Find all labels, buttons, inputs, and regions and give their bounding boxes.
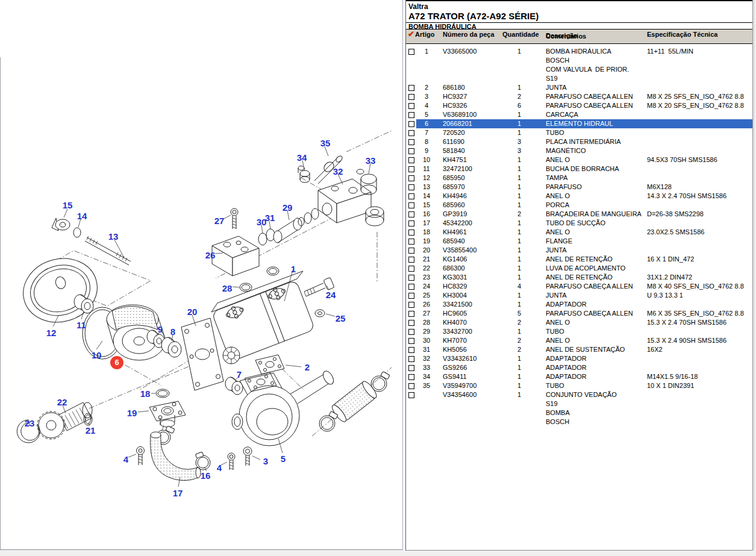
diagram-callout[interactable]: 19 xyxy=(127,408,137,417)
table-row[interactable]: 10KH47511ANEL O94.5X3 70SH SMS1586 xyxy=(406,155,752,164)
diagram-callout[interactable]: 34 xyxy=(297,153,307,162)
row-checkbox[interactable] xyxy=(408,347,414,353)
table-row[interactable]: 95818403MAGNÉTICO xyxy=(406,146,752,155)
row-checkbox[interactable] xyxy=(408,202,414,208)
table-row[interactable]: 156859601PORCA xyxy=(406,201,752,210)
diagram-callout-highlighted[interactable]: 6 xyxy=(110,356,123,369)
diagram-callout[interactable]: 33 xyxy=(366,156,376,165)
diagram-callout[interactable]: 32 xyxy=(333,167,343,176)
table-row[interactable]: 136859701PARAFUSOM6X128 xyxy=(406,183,752,192)
row-checkbox[interactable] xyxy=(408,248,414,254)
table-row[interactable]: 6206682011ELEMENTO HIDRAUL xyxy=(406,119,752,128)
row-checkbox[interactable] xyxy=(408,329,414,335)
row-checkbox[interactable] xyxy=(408,121,414,127)
diagram-callout[interactable]: 29 xyxy=(283,203,293,212)
table-row[interactable]: 86116903PLACA INTERMEDIÁRIA xyxy=(406,137,752,146)
row-checkbox[interactable] xyxy=(408,392,414,398)
diagram-callout[interactable]: 18 xyxy=(140,389,151,398)
diagram-callout[interactable]: 13 xyxy=(108,232,119,241)
diagram-callout[interactable]: 23 xyxy=(25,419,35,428)
diagram-callout[interactable]: 22 xyxy=(57,398,67,407)
row-checkbox[interactable] xyxy=(408,193,414,199)
row-checkbox[interactable] xyxy=(408,311,414,317)
diagram-callout[interactable]: 4 xyxy=(217,463,222,472)
table-row[interactable]: 18KH49611ANEL O23.0X2.5 SMS1586 xyxy=(406,228,752,237)
table-row[interactable]: 30KH70702ANEL O15.3 X 2.4 90SH SMS1586 xyxy=(406,336,752,345)
row-checkbox[interactable] xyxy=(408,320,414,326)
table-row[interactable]: 16GP39192BRAÇADEIRA DE MANGUEIRAD=26-38 … xyxy=(406,210,752,219)
table-row[interactable]: 33GS92661ADAPTADOR xyxy=(406,363,752,372)
table-row[interactable]: 4HC93266PARAFUSO CABEÇA ALLENM8 X 20 SFS… xyxy=(406,101,752,110)
table-row[interactable]: 3HC93272PARAFUSO CABEÇA ALLENM8 X 25 SFS… xyxy=(406,92,752,101)
diagram-callout[interactable]: 20 xyxy=(187,307,198,316)
table-row[interactable]: V343546001CONJUNTO VEDAÇÃOS19BOMBABOSCH xyxy=(406,390,752,426)
table-row[interactable]: 1V336650001BOMBA HIDRÁULICABOSCHCOM VALV… xyxy=(406,47,752,83)
table-row[interactable]: 35V359497001TUBO10 X 1 DIN2391 xyxy=(406,381,752,390)
table-row[interactable]: 27HC96055PARAFUSO CABEÇA ALLENM6 X 35 SF… xyxy=(406,309,752,318)
row-checkbox[interactable] xyxy=(408,293,414,299)
row-checkbox[interactable] xyxy=(408,356,414,362)
diagram-callout[interactable]: 21 xyxy=(86,426,96,435)
row-checkbox[interactable] xyxy=(408,211,414,217)
diagram-callout[interactable]: 12 xyxy=(46,328,57,337)
table-row[interactable]: 28KH40702ANEL O15.3 X 2.4 70SH SMS1586 xyxy=(406,318,752,327)
table-row[interactable]: 25KH30041JUNTAU 9.3 13.3 1 xyxy=(406,291,752,300)
table-row[interactable]: 21KG14061ANEL DE RETENÇÃO16 X 1 DIN_472 xyxy=(406,255,752,264)
diagram-callout[interactable]: 25 xyxy=(336,314,346,323)
table-row[interactable]: 14KH49461ANEL O14.3 X 2.4 70SH SMS1586 xyxy=(406,192,752,201)
diagram-callout[interactable]: 11 xyxy=(77,320,86,330)
row-checkbox[interactable] xyxy=(408,166,414,172)
row-checkbox[interactable] xyxy=(408,275,414,281)
row-checkbox[interactable] xyxy=(408,338,414,344)
row-checkbox[interactable] xyxy=(408,148,414,154)
diagram-callout[interactable]: 7 xyxy=(237,370,242,379)
diagram-callout[interactable]: 24 xyxy=(326,290,336,299)
row-checkbox[interactable] xyxy=(408,257,414,263)
row-checkbox[interactable] xyxy=(408,103,414,109)
diagram-callout[interactable]: 10 xyxy=(92,351,102,360)
row-checkbox[interactable] xyxy=(408,130,414,136)
diagram-callout[interactable]: 5 xyxy=(281,454,286,463)
diagram-callout[interactable]: 9 xyxy=(158,325,163,334)
table-row[interactable]: 196859401FLANGE xyxy=(406,237,752,246)
diagram-callout[interactable]: 15 xyxy=(63,201,73,210)
table-row[interactable]: 29334327001TUBO xyxy=(406,327,752,336)
table-row[interactable]: 126859501TAMPA xyxy=(406,173,752,183)
table-row[interactable]: 77205201TUBO xyxy=(406,128,752,137)
table-row[interactable]: 26334215001ADAPTADOR xyxy=(406,300,752,309)
row-checkbox[interactable] xyxy=(408,157,414,163)
table-row[interactable]: 20V358554001JUNTA xyxy=(406,246,752,255)
row-checkbox[interactable] xyxy=(408,365,414,371)
diagram-callout[interactable]: 35 xyxy=(320,139,331,148)
table-row[interactable]: 34GS94111ADAPTADORM14X1.5 9/16-18 xyxy=(406,372,752,381)
row-checkbox[interactable] xyxy=(408,85,414,91)
diagram-callout[interactable]: 17 xyxy=(173,489,183,498)
diagram-callout[interactable]: 14 xyxy=(77,211,87,220)
row-checkbox[interactable] xyxy=(408,94,414,100)
row-checkbox[interactable] xyxy=(408,239,414,245)
diagram-callout[interactable]: 8 xyxy=(170,327,175,336)
diagram-callout[interactable]: 27 xyxy=(214,216,225,225)
diagram-callout[interactable]: 2 xyxy=(305,363,310,372)
row-checkbox[interactable] xyxy=(408,220,414,226)
diagram-callout[interactable]: 26 xyxy=(205,251,216,260)
diagram-callout[interactable]: 3 xyxy=(263,457,268,466)
row-checkbox[interactable] xyxy=(408,230,414,236)
diagram-callout[interactable]: 28 xyxy=(222,284,233,293)
table-row[interactable]: 11324721001BUCHA DE BORRACHA xyxy=(406,164,752,173)
table-row[interactable]: 17453422001TUBO DE SUCÇÃO xyxy=(406,219,752,228)
row-checkbox[interactable] xyxy=(408,374,414,380)
check-filter-icon[interactable]: ✔ xyxy=(408,31,414,38)
table-row[interactable]: 24HC83294PARAFUSO CABEÇA ALLENM8 X 40 SF… xyxy=(406,282,752,291)
table-row[interactable]: 23KG30311ANEL DE RETENÇÃO31X1.2 DIN472 xyxy=(406,273,752,282)
row-checkbox[interactable] xyxy=(408,284,414,290)
diagram-callout[interactable]: 16 xyxy=(201,471,211,480)
row-checkbox[interactable] xyxy=(408,112,414,118)
row-checkbox[interactable] xyxy=(408,49,414,55)
row-checkbox[interactable] xyxy=(408,383,414,389)
table-row[interactable]: 5V636891001CARCAÇA xyxy=(406,110,752,119)
table-row[interactable]: 26861801JUNTA xyxy=(406,83,752,92)
table-row[interactable]: 32V334326101ADAPTADOR xyxy=(406,354,752,363)
row-checkbox[interactable] xyxy=(408,302,414,308)
row-checkbox[interactable] xyxy=(408,139,414,145)
